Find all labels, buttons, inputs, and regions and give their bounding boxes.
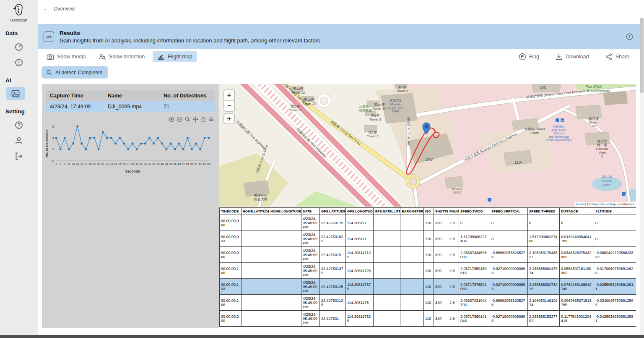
telemetry-row[interactable]: 00:00:00,1334/23/24, 05:49:09 PM22.42753… [220, 279, 636, 295]
banner-description: Gain insights from AI analysis, includin… [60, 37, 322, 44]
telemetry-cell [269, 279, 301, 295]
sidebar-item-data-usage[interactable] [0, 42, 38, 52]
sidebar-item-account[interactable] [0, 136, 38, 145]
chart-point [174, 148, 176, 150]
breadcrumb[interactable]: Overview [54, 6, 75, 12]
telemetry-row[interactable]: 00:00:00,0334/23/24, 05:49:09 PM22.42753… [220, 231, 636, 247]
chart-image-icon [46, 34, 52, 39]
scrollbar-thumb[interactable] [640, 18, 644, 93]
chart-xtick: 19 [93, 162, 96, 165]
chart-point [153, 143, 155, 145]
chart-xtick: 56 [190, 162, 194, 165]
detections-chart[interactable]: No. of Detections Seconds 02463891114151… [44, 123, 219, 176]
chart-ylabel: No. of Detections [45, 130, 49, 157]
telemetry-header-cell[interactable]: HOME.LONGITUDE [269, 208, 301, 215]
chart-point [187, 137, 189, 139]
map-zoom-in-button[interactable]: + [224, 90, 234, 100]
telemetry-row[interactable]: 00:00:00,1664/23/24, 05:49:09 PM22.42753… [220, 295, 636, 311]
telemetry-cell: 22.42753175 [320, 215, 346, 231]
telemetry-cell: 22.427531625 [320, 231, 346, 247]
telemetry-header-cell[interactable]: HOME.LATITUDE [242, 208, 269, 215]
media-cell-name: DJI_0009.mp4 [104, 101, 160, 112]
chart-point [144, 143, 146, 145]
telemetry-header-cell[interactable]: ALTITUDE [594, 208, 636, 215]
chart-point [161, 143, 163, 145]
ai-detect-status-chip[interactable]: AI detect: Completed [42, 66, 108, 79]
chart-box-zoom-button[interactable] [184, 116, 190, 122]
telemetry-header-cell[interactable]: SPEED.VERTICAL [490, 208, 528, 215]
media-header-name[interactable]: Name [104, 90, 160, 101]
show-detection-button[interactable]: Show detection [94, 51, 149, 62]
chart-xtick: 36 [152, 162, 156, 165]
chart-xtick: 40 [161, 162, 164, 165]
map-locate-flight-button[interactable]: ✈ [223, 113, 235, 124]
flight-map-button[interactable]: Flight map [153, 51, 197, 62]
sidebar-item-alerts[interactable] [0, 58, 38, 67]
media-header-capture-time[interactable]: Capture Time [46, 90, 104, 101]
telemetry-cell: 0 [459, 215, 490, 231]
telemetry-header-cell[interactable]: ISO [424, 208, 434, 215]
flight-map[interactable]: P 第12座Tower 12第13座Tower 13第1座Tower 1第3A座… [219, 84, 636, 207]
telemetry-header-cell[interactable]: GPS.SATELLITES [374, 208, 400, 215]
info-icon[interactable] [626, 33, 633, 40]
telemetry-cell: -0.02550532508912611 [594, 279, 636, 295]
telemetry-cell [242, 215, 269, 231]
chart-point [80, 143, 83, 145]
telemetry-cell [269, 295, 301, 311]
telemetry-row[interactable]: 00:00:00,2004/23/24, 05:49:09 PM22.42753… [220, 311, 636, 327]
person-search-icon [99, 53, 106, 60]
chart-home-button[interactable] [200, 116, 206, 122]
telemetry-cell: 2.26558830273215 [528, 279, 560, 295]
telemetry-header-cell[interactable]: SPEED.TWOD [459, 208, 490, 215]
telemetry-cell [400, 263, 424, 279]
sidebar-item-ai-media[interactable] [6, 87, 25, 100]
results-banner: Results Gain insights from AI analysis, … [38, 24, 640, 49]
telemetry-header-cell[interactable]: DATE [301, 208, 320, 215]
map-label: Tower 3 [369, 118, 382, 121]
chart-xtick: 51 [182, 162, 185, 165]
chart-point [165, 148, 167, 150]
chart-zoom-in-button[interactable] [169, 116, 174, 122]
back-arrow-icon[interactable]: ← [43, 5, 50, 13]
telemetry-header-cell[interactable]: BAROMETER [400, 208, 424, 215]
telemetry-header-cell[interactable]: GPS.LATITUDE [320, 208, 346, 215]
telemetry-header-cell[interactable]: DISTANCE [560, 208, 594, 215]
chart-xtick: 16 [80, 162, 83, 165]
map-label: 白石角 [359, 105, 369, 109]
chart-point [98, 148, 100, 150]
telemetry-row[interactable]: 00:00:00,0004/23/24, 05:49:09 PM22.42753… [220, 215, 636, 231]
share-button[interactable]: Share [600, 51, 634, 63]
download-button[interactable]: Download [551, 51, 594, 63]
leaflet-link[interactable]: Leaflet [576, 202, 586, 206]
media-header-detections[interactable]: No. of Detections [160, 90, 215, 101]
flag-button[interactable]: Flag [514, 51, 544, 63]
map-zoom-out-button[interactable]: − [224, 101, 234, 111]
telemetry-header-cell[interactable]: FNUM [448, 208, 459, 215]
telemetry-header-cell[interactable]: SHUTTER [434, 208, 448, 215]
chart-xtick: 44 [165, 162, 168, 165]
media-table: Capture Time Name No. of Detections 4/23… [46, 90, 215, 112]
media-row-selected[interactable]: 4/23/24, 17:49:09 DJI_0009.mp4 71 [46, 101, 215, 112]
osm-link[interactable]: OpenStreetMap [592, 202, 615, 206]
telemetry-header-cell[interactable]: SPEED.THREED [528, 208, 560, 215]
chart-pan-button[interactable] [192, 116, 198, 122]
telemetry-row[interactable]: 00:00:00,0664/23/24, 05:49:09 PM22.42753… [220, 247, 636, 263]
telemetry-cell: 2.8 [448, 295, 459, 311]
chart-point [106, 137, 108, 139]
map-label: Tower 1 [367, 134, 379, 138]
sidebar-item-logout[interactable] [0, 152, 38, 161]
vertical-scrollbar[interactable] [640, 18, 644, 335]
telemetry-header-cell[interactable]: TIMECODE [220, 208, 242, 215]
telemetry-header-cell[interactable]: GPS.LONGITUDE [346, 208, 374, 215]
telemetry-cell: 110 [424, 231, 434, 247]
chart-zoom-out-button[interactable] [177, 116, 182, 122]
map-label: Parks Supercharger [546, 139, 572, 142]
telemetry-cell: 00:00:00,133 [220, 279, 242, 295]
telemetry-row[interactable]: 00:00:00,1004/23/24, 05:49:09 PM22.42753… [220, 263, 636, 279]
map-label: View [598, 151, 605, 155]
chart-point [178, 143, 180, 145]
chart-point [157, 137, 159, 139]
show-media-button[interactable]: Show media [42, 51, 91, 62]
sidebar-item-help[interactable] [0, 121, 38, 130]
chart-menu-button[interactable] [208, 116, 214, 122]
